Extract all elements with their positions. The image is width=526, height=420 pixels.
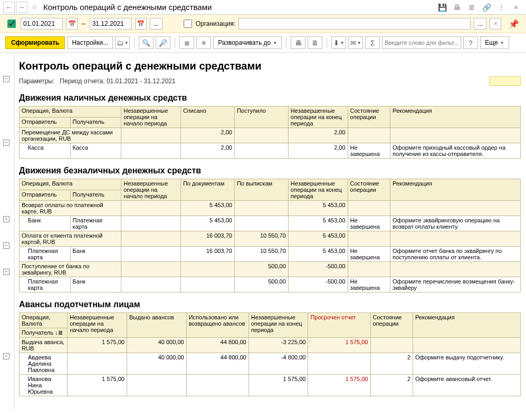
report-area: − − − − − − Контроль операций с денежным… [0,53,526,411]
table-row[interactable]: Авдеева Аделина Павловна 40 000,00 44 80… [20,353,521,375]
table-row[interactable]: Касса Касса 2,00 2,00 Не завершена Оформ… [20,143,521,159]
find-button[interactable]: 🔍 [139,36,154,49]
quick-filter-input[interactable] [382,36,461,49]
col-docs: По документам [180,179,234,201]
outline-toggle[interactable]: − [3,216,9,222]
collapse-button[interactable]: ≡ [196,36,211,49]
cell: 40 000,00 [127,353,186,375]
params-label: Параметры: [19,77,54,85]
report-icon[interactable]: 🗎 [466,2,477,13]
cell: Оформите эквайринговую операцию на возвр… [390,216,521,231]
cell: Оформите перечисление возмещения банку-э… [390,277,521,292]
save-as-button[interactable]: ⬇▼ [331,36,346,49]
outline-toggle[interactable]: − [3,353,9,359]
cell: 2 [370,353,413,375]
noncash-table: Операция, Валюта Незавершенные операции … [19,179,521,292]
section-noncash-title: Движения безналичных денежных средств [19,166,521,175]
print-button[interactable]: 🖶 [291,36,305,49]
variants-button[interactable]: 🗂▼ [115,36,130,49]
col-state: Состояние операции [370,313,413,338]
outline-toggle[interactable]: − [3,269,9,275]
date-to-input[interactable] [90,18,132,30]
cell: Касса [70,143,121,159]
outline-toggle[interactable]: − [3,140,9,146]
cell: 1 575,00 [308,375,370,396]
table-row[interactable]: Иванова Нина Юрьевна 1 575,00 1 575,00 1… [20,375,521,396]
col-used: Использовано или возвращено авансов [186,313,248,338]
col-sender: Отправитель [20,190,71,201]
help-button[interactable]: ? [463,36,478,49]
send-button[interactable]: ✉▼ [348,36,363,49]
table-row[interactable]: Выдача аванса, RUB 1 575,00 40 000,00 44… [20,338,521,353]
cell: 2,00 [288,128,348,143]
cell: Иванова Нина Юрьевна [20,375,68,396]
table-row[interactable]: Возврат оплаты по платежной карте, RUB 5… [20,201,521,216]
back-button[interactable]: ← [3,2,15,13]
settings-button[interactable]: Настройки... [67,36,113,49]
cell: Оформите выдачу подотчетнику. [413,353,521,375]
col-overdue: Просрочен отчет [308,313,370,338]
cell: Платежная карта [70,216,121,231]
org-clear-button[interactable]: × [490,18,501,30]
col-stmt: По выпискам [234,179,288,201]
date-from-input[interactable] [21,18,63,30]
favorite-star-icon[interactable]: ☆ [28,2,40,13]
cell: Не завершена [348,143,390,159]
org-picker-button[interactable]: ... [474,18,486,30]
pin-icon[interactable]: 📌 [508,18,520,30]
separator [134,37,135,48]
group-name: Оплата от клиента платежной картой, RUB [20,231,121,247]
sum-button[interactable]: Σ [365,36,380,49]
col-out: Списано [180,106,234,128]
cell: 2,00 [288,143,348,159]
cell: Оформите отчет банка по эквайрингу по по… [390,247,521,262]
filter-bar: 📅 – 📅 ... Организация: ... × 📌 [0,15,526,33]
outline-toggle[interactable]: − [3,76,9,82]
save-icon[interactable]: 💾 [436,2,448,13]
more-button[interactable]: Еще▼ [480,36,509,49]
outline-toggle[interactable]: − [3,242,9,249]
separator [175,37,175,48]
print-preview-button[interactable]: 🗎 [308,36,322,49]
window-title: Контроль операций с денежными средствами [43,3,436,12]
generate-button[interactable]: Сформировать [5,36,65,49]
period-picker-button[interactable]: ... [150,18,162,30]
report-content: Контроль операций с денежными средствами… [15,53,526,407]
col-end: Незавершенные операции на конец периода [248,313,308,338]
cell: Оформите приходный кассовый ордер на пол… [390,143,521,159]
cell: Касса [20,143,71,159]
table-row[interactable]: Оплата от клиента платежной картой, RUB … [20,231,521,247]
forward-button[interactable]: → [16,2,27,13]
link-icon[interactable]: 🔗 [481,2,492,13]
table-row[interactable]: Банк Платежная карта 5 453,00 5 453,00 Н… [20,216,521,231]
section-advances-title: Авансы подотчетным лицам [19,300,521,309]
table-row[interactable]: Перемещение ДС между кассами организации… [20,128,521,143]
table-row[interactable]: Платежная карта Банк 500,00 -500,00 Не з… [20,277,521,292]
group-name: Перемещение ДС между кассами организации… [20,128,121,143]
table-row[interactable]: Платежная карта Банк 16 003,70 10 550,70… [20,247,521,262]
cell: 1 575,00 [68,338,127,353]
cell: Не завершена [348,247,390,262]
org-input[interactable] [238,18,471,30]
cell: -4 800,00 [248,353,308,375]
cell: 1 575,00 [248,375,308,396]
cell: 5 453,00 [288,247,348,262]
calendar-to-button[interactable]: 📅 [135,18,147,30]
table-row[interactable]: Поступление от банка по эквайрингу, RUB … [20,262,521,277]
period-checkbox[interactable] [7,19,16,28]
calendar-from-button[interactable]: 📅 [66,18,78,30]
col-start: Незавершенные операции на начало периода [68,313,127,338]
cash-table: Операция, Валюта Незавершенные операции … [19,106,521,159]
org-checkbox[interactable] [184,19,192,28]
cell: Банк [20,216,71,231]
print-icon[interactable]: 🖶 [451,2,463,13]
expand-button[interactable]: ≣ [179,36,194,49]
col-issued: Выдано авансов [127,313,186,338]
expand-to-button[interactable]: Разворачивать до▼ [213,36,282,49]
close-button[interactable]: × [510,2,522,13]
find-next-button[interactable]: 🔎 [156,36,170,49]
more-menu-icon[interactable]: ⋮ [495,2,507,13]
cell: 2,00 [180,143,234,159]
cell: Платежная карта [20,277,71,292]
cell: 1 575,00 [308,338,370,353]
